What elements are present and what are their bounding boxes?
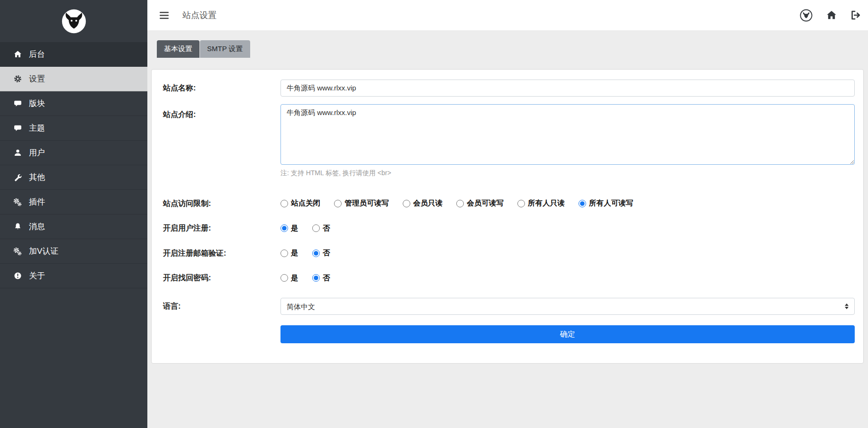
radio-option-site-closed[interactable]: 站点关闭 xyxy=(280,198,320,208)
site-intro-label: 站点介绍: xyxy=(163,104,280,120)
sidebar-item-forums[interactable]: 版块 xyxy=(0,91,147,116)
radio-input[interactable] xyxy=(280,224,288,232)
cogs-icon xyxy=(12,198,23,206)
home-button[interactable] xyxy=(826,10,837,20)
radio-input[interactable] xyxy=(280,200,288,207)
bull-logo-icon xyxy=(62,9,86,34)
radio-option-no[interactable]: 否 xyxy=(312,223,330,233)
wrench-icon xyxy=(12,173,23,181)
topbar: 站点设置 xyxy=(147,0,868,30)
radio-option-admin-rw[interactable]: 管理员可读写 xyxy=(334,198,389,208)
email-verify-label: 开启注册邮箱验证: xyxy=(163,249,280,259)
radio-label: 管理员可读写 xyxy=(344,198,389,208)
form-row-site-name: 站点名称: xyxy=(163,80,855,97)
radio-label: 是 xyxy=(291,273,298,283)
radio-option-member-rw[interactable]: 会员可读写 xyxy=(456,198,504,208)
radio-option-yes[interactable]: 是 xyxy=(280,273,298,283)
main-column: 站点设置 xyxy=(147,0,868,428)
sidebar-item-settings[interactable]: 设置 xyxy=(0,67,147,91)
user-register-radio-group: 是 否 xyxy=(280,223,855,234)
tab-basic-settings[interactable]: 基本设置 xyxy=(157,40,199,58)
form-row-user-register: 开启用户注册: 是 否 xyxy=(163,223,855,234)
radio-option-everyone-rw[interactable]: 所有人可读写 xyxy=(579,198,633,208)
radio-label: 所有人只读 xyxy=(528,198,565,208)
user-icon xyxy=(12,149,23,157)
radio-option-no[interactable]: 否 xyxy=(312,248,330,258)
user-register-label: 开启用户注册: xyxy=(163,223,280,233)
sidebar-item-topics[interactable]: 主题 xyxy=(0,116,147,141)
site-intro-textarea[interactable]: 牛角源码 www.rlxx.vip xyxy=(280,104,855,165)
comment-icon xyxy=(12,124,23,132)
site-name-label: 站点名称: xyxy=(163,83,280,93)
radio-input[interactable] xyxy=(280,250,288,257)
exclamation-circle-icon xyxy=(12,272,23,280)
sidebar-item-label: 版块 xyxy=(29,98,45,109)
bull-logo-icon xyxy=(800,9,813,22)
settings-form-card: 站点名称: 站点介绍: 牛角源码 www.rlxx.vip 注: 支持 HTML… xyxy=(151,69,864,364)
radio-input[interactable] xyxy=(403,200,410,207)
radio-input[interactable] xyxy=(312,250,320,257)
sidebar: 后台 设置 版块 主题 xyxy=(0,0,147,428)
sidebar-item-label: 加V认证 xyxy=(29,246,58,257)
radio-label: 会员可读写 xyxy=(467,198,504,208)
radio-label: 否 xyxy=(323,223,330,233)
confirm-button[interactable]: 确定 xyxy=(280,325,855,343)
sidebar-item-dashboard[interactable]: 后台 xyxy=(0,42,147,67)
radio-label: 否 xyxy=(323,248,330,258)
radio-label: 是 xyxy=(291,248,298,258)
email-verify-radio-group: 是 否 xyxy=(280,248,855,259)
gear-icon xyxy=(12,75,23,83)
logout-button[interactable] xyxy=(850,10,861,20)
form-row-language: 语言: 简体中文 xyxy=(163,298,855,315)
radio-option-everyone-read[interactable]: 所有人只读 xyxy=(517,198,565,208)
radio-option-yes[interactable]: 是 xyxy=(280,248,298,258)
settings-tabs: 基本设置 SMTP 设置 xyxy=(157,40,864,58)
sidebar-item-label: 后台 xyxy=(29,49,45,60)
language-select-wrap: 简体中文 xyxy=(280,298,855,315)
frontend-link-button[interactable] xyxy=(800,9,813,22)
sidebar-item-verification[interactable]: 加V认证 xyxy=(0,239,147,264)
site-intro-hint: 注: 支持 HTML 标签, 换行请使用 <br> xyxy=(280,169,855,178)
form-row-password-reset: 开启找回密码: 是 否 xyxy=(163,273,855,284)
radio-label: 站点关闭 xyxy=(291,198,320,208)
sidebar-item-plugins[interactable]: 插件 xyxy=(0,190,147,214)
comment-icon xyxy=(12,99,23,107)
radio-label: 会员只读 xyxy=(413,198,443,208)
home-icon xyxy=(12,50,23,58)
sidebar-item-label: 其他 xyxy=(29,172,45,183)
home-icon xyxy=(826,10,837,20)
sidebar-item-about[interactable]: 关于 xyxy=(0,264,147,288)
radio-label: 所有人可读写 xyxy=(589,198,633,208)
radio-input[interactable] xyxy=(456,200,464,207)
sidebar-toggle-button[interactable] xyxy=(160,12,169,19)
sidebar-item-label: 设置 xyxy=(29,73,45,84)
radio-input[interactable] xyxy=(517,200,525,207)
radio-input[interactable] xyxy=(312,224,320,232)
tab-smtp-settings[interactable]: SMTP 设置 xyxy=(200,40,250,58)
form-row-access-limit: 站点访问限制: 站点关闭 管理员可读写 会员只读 xyxy=(163,198,855,209)
radio-input[interactable] xyxy=(334,200,342,207)
app-logo[interactable] xyxy=(0,0,147,42)
radio-option-no[interactable]: 否 xyxy=(312,273,330,283)
site-name-input[interactable] xyxy=(280,80,855,97)
radio-option-member-read[interactable]: 会员只读 xyxy=(403,198,443,208)
sidebar-item-other[interactable]: 其他 xyxy=(0,165,147,190)
page-title: 站点设置 xyxy=(182,9,217,21)
sidebar-item-messages[interactable]: 消息 xyxy=(0,214,147,239)
sidebar-item-label: 插件 xyxy=(29,196,45,207)
content-area: 基本设置 SMTP 设置 站点名称: 站点介绍: 牛角源码 www.rlxx.v… xyxy=(147,30,868,428)
password-reset-label: 开启找回密码: xyxy=(163,273,280,283)
password-reset-radio-group: 是 否 xyxy=(280,273,855,284)
app-root: 后台 设置 版块 主题 xyxy=(0,0,868,428)
bell-icon xyxy=(12,223,23,231)
language-select[interactable]: 简体中文 xyxy=(280,298,855,315)
sign-out-icon xyxy=(850,10,861,20)
sidebar-item-users[interactable]: 用户 xyxy=(0,141,147,165)
radio-label: 是 xyxy=(291,223,298,233)
radio-input[interactable] xyxy=(312,274,320,282)
radio-input[interactable] xyxy=(280,274,288,282)
radio-input[interactable] xyxy=(579,200,586,207)
hamburger-icon xyxy=(160,12,169,19)
radio-option-yes[interactable]: 是 xyxy=(280,223,298,233)
access-limit-label: 站点访问限制: xyxy=(163,199,280,209)
